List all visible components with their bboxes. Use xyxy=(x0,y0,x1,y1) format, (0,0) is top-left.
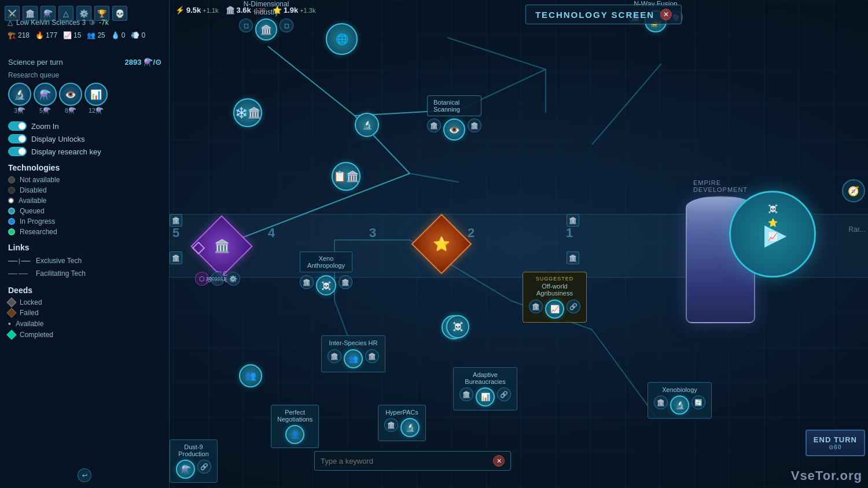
xb-icon-1[interactable]: 🏛️ xyxy=(654,395,668,409)
ish-icon-2[interactable]: 🏛️ xyxy=(365,349,379,363)
display-unlocks-toggle-row: Display Unlocks xyxy=(8,134,161,143)
zoom-in-toggle[interactable] xyxy=(8,121,27,131)
xb-main-icon[interactable]: 🔬 xyxy=(670,395,689,415)
science-per-turn-label: Science per turn xyxy=(8,58,63,66)
available-label: Available xyxy=(19,197,46,205)
completed-diamond xyxy=(7,330,17,340)
building-4[interactable]: 🏛️ xyxy=(567,252,579,264)
slc-tech-node[interactable]: 🏛️ SLC(Supra-Light ⬡ 10010110 ⚙️ xyxy=(200,224,244,268)
nd-icon-2[interactable]: ◻ xyxy=(279,19,293,32)
perfect-negotiations[interactable]: PerfectNegotiations 👤 xyxy=(271,405,319,448)
display-unlocks-toggle[interactable] xyxy=(8,134,27,143)
small-alien-circle[interactable]: ☠️ xyxy=(446,315,469,338)
hp-icon-1[interactable]: 🏛️ xyxy=(384,418,398,432)
empire-arrow-button[interactable]: ▶ ☠️ ⭐ 📈 xyxy=(729,191,816,278)
disabled-label: Disabled xyxy=(20,186,47,194)
keyword-close-button[interactable]: ✕ xyxy=(493,455,505,467)
legend-available: Available xyxy=(8,197,161,205)
watermark: VseTor.org xyxy=(791,468,862,483)
xenobiology-label: Xenobiology xyxy=(662,386,697,393)
tech-area: N-DimensionalIndustry ◻ 🏛️ ◻ N-Way Fusio… xyxy=(170,0,868,488)
deeds-legend-title: Deeds xyxy=(8,286,161,295)
ab-icon-1[interactable]: 🏛️ xyxy=(459,387,473,401)
not-available-dot xyxy=(8,176,15,183)
links-legend-title: Links xyxy=(8,243,161,252)
skull-icon[interactable]: 💀 xyxy=(112,6,127,21)
building-2[interactable]: 🏛️ xyxy=(170,252,182,264)
ish-icon-1[interactable]: 🏛️ xyxy=(328,349,341,363)
circle-left-bottom[interactable]: 👥 xyxy=(239,364,262,387)
ish-main-icon[interactable]: 👥 xyxy=(344,349,363,368)
nd-main-icon[interactable]: 🏛️ xyxy=(255,19,277,40)
deed-available-dot: • xyxy=(8,319,11,328)
adaptive-bureaucracies-label: AdaptiveBureaucracies xyxy=(465,371,505,385)
tech-screen-header: TECHNOLOGY SCREEN ✕ xyxy=(525,5,682,24)
adaptive-bureaucracies[interactable]: AdaptiveBureaucracies 🏛️ 📊 🔗 xyxy=(453,367,517,411)
tech-node-left-1[interactable]: ❄️🏛️ xyxy=(233,98,262,127)
d9-icon-2[interactable]: 🔗 xyxy=(197,460,211,474)
tech-node-mid-1[interactable]: 📋🏛️ xyxy=(332,162,361,191)
science-value: 2893 xyxy=(124,58,141,66)
manpower-stat: 👥25 xyxy=(87,31,105,39)
queued-dot xyxy=(8,208,15,215)
legend-in-progress: In Progress xyxy=(8,217,161,225)
xeno-anthropology-label[interactable]: XenoAnthropology xyxy=(300,252,352,272)
queue-item-2[interactable]: ⚗️ 5⚗️ xyxy=(34,83,57,114)
off-world-label: Off-worldAgribusiness xyxy=(536,283,573,297)
air-stat: 💨0 xyxy=(131,31,145,39)
xeno-main-icon[interactable]: ☠️ xyxy=(316,275,336,295)
queue-item-3[interactable]: 👁️ 8⚗️ xyxy=(59,83,82,114)
legend-disabled: Disabled xyxy=(8,186,161,194)
ab-main-icon[interactable]: 📊 xyxy=(476,387,495,406)
pn-icon-1[interactable]: 👤 xyxy=(285,425,304,444)
technologies-legend-title: Technologies xyxy=(8,163,161,172)
queue-item-1[interactable]: 🔬 3⚗️ xyxy=(8,83,31,114)
owa-main-icon[interactable]: 📈 xyxy=(545,300,564,319)
owa-icon-1[interactable]: 🏛️ xyxy=(529,300,543,313)
xeno-anthropology-area: XenoAnthropology 🏛️ ☠️ 🏛️ xyxy=(300,252,352,295)
bot-main-icon[interactable]: 👁️ xyxy=(443,119,465,141)
off-world-agribusiness[interactable]: SUGGESTED Off-worldAgribusiness 🏛️ 📈 🔗 xyxy=(523,272,587,323)
display-research-key-toggle[interactable] xyxy=(8,147,27,156)
deeds-legend: Deeds Locked Failed • Available Complete… xyxy=(8,286,161,339)
inter-species-hr[interactable]: Inter-Species HR 🏛️ 👥 🏛️ xyxy=(321,335,385,372)
locked-diamond xyxy=(7,298,17,308)
xeno-icon-1[interactable]: 🏛️ xyxy=(300,275,314,289)
legend-exclusive-tech: — | — Exclusive Tech xyxy=(8,256,161,266)
ab-icon-2[interactable]: 🔗 xyxy=(497,387,511,401)
building-3[interactable]: 🏛️ xyxy=(567,214,579,227)
faction-name: Low Kelvin Sciences 3 xyxy=(16,19,86,27)
xenobiology[interactable]: Xenobiology 🏛️ 🔬 🔄 xyxy=(648,382,712,419)
bot-icon-2[interactable]: 🏛️ xyxy=(468,119,481,132)
sidebar-bottom-icon[interactable]: ↩ xyxy=(78,468,91,482)
dust9-production[interactable]: Dust-9Production ⚗️ 🔗 xyxy=(170,439,218,483)
tech-circle-mid-2[interactable]: 🔬 xyxy=(355,113,379,137)
nd-icon-1[interactable]: ◻ xyxy=(239,19,253,32)
xb-icon-2[interactable]: 🔄 xyxy=(692,395,705,409)
queue-item-4[interactable]: 📊 12⚗️ xyxy=(84,83,108,114)
side-icon-compass[interactable]: 🧭 xyxy=(842,179,865,202)
bot-icon-1[interactable]: 🏛️ xyxy=(427,119,441,132)
d9-icon-1[interactable]: ⚗️ xyxy=(176,460,195,479)
end-turn-button[interactable]: END TURN ⊙60 xyxy=(806,430,865,456)
tech-screen-close-button[interactable]: ✕ xyxy=(660,9,672,20)
deed-available-label: Available xyxy=(16,320,43,328)
hp-main-icon[interactable]: 🔬 xyxy=(400,418,420,437)
technologies-legend: Technologies Not available Disabled Avai… xyxy=(8,163,161,236)
owa-icon-2[interactable]: 🔗 xyxy=(567,300,580,313)
zoom-in-label: Zoom In xyxy=(31,122,59,131)
xeno-icon-2[interactable]: 🏛️ xyxy=(339,275,352,289)
perfect-negotiations-label: PerfectNegotiations xyxy=(277,409,312,423)
faction-delta: -7k xyxy=(99,19,109,27)
center-diamond-area[interactable]: ⭐ xyxy=(420,223,463,265)
keyword-input[interactable] xyxy=(321,457,493,465)
hyper-pacs[interactable]: HyperPACs 🏛️ 🔬 xyxy=(378,405,426,441)
legend-facilitating-tech: — — Facilitating Tech xyxy=(8,268,161,279)
slc-icon-3[interactable]: ⚙️ xyxy=(226,272,240,286)
partial-text: Rar... xyxy=(848,225,865,234)
tech-node-top-1[interactable]: 🌐 xyxy=(326,23,358,55)
building-1[interactable]: 🏛️ xyxy=(170,214,182,227)
botanical-scanning-label[interactable]: BotanicalScanning xyxy=(427,95,481,116)
slc-icon-2[interactable]: 10010110 xyxy=(211,272,225,286)
botanical-scanning-area: BotanicalScanning 🏛️ 👁️ 🏛️ xyxy=(427,95,481,141)
